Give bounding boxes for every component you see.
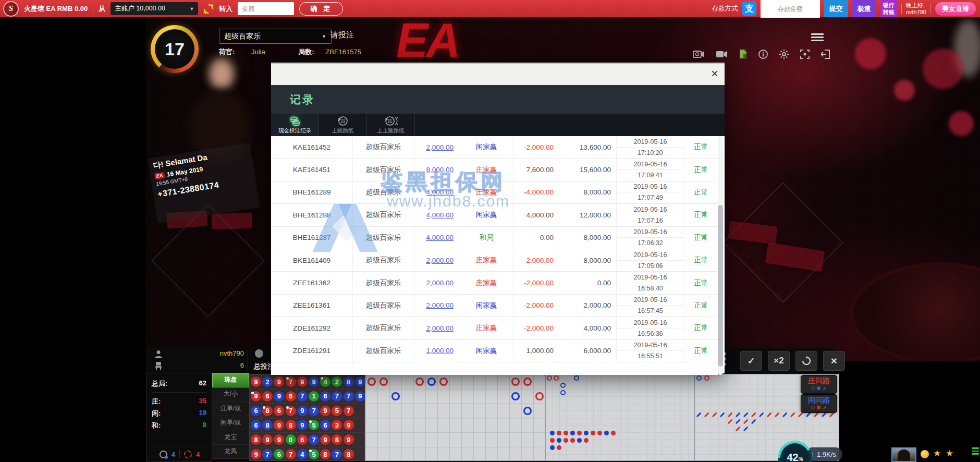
menu-icon[interactable]: [811, 32, 824, 43]
game-select-dropdown[interactable]: 超级百家乐 ▼: [219, 29, 332, 44]
exit-icon[interactable]: [821, 50, 830, 59]
bank-transfer-button[interactable]: 银行转账: [880, 0, 897, 17]
alipay-icon[interactable]: 支: [742, 2, 756, 16]
repeat-icon: [802, 356, 811, 366]
road-mark: [751, 419, 756, 424]
road-mark: [728, 412, 733, 417]
confirm-transfer-button[interactable]: 确 定: [299, 2, 343, 16]
road-mark: [782, 412, 788, 417]
cell-round-id: ZDE161292: [271, 317, 353, 339]
road-menu-player-oddeven[interactable]: 闲单/双: [212, 416, 249, 431]
table-avatar: [255, 349, 263, 358]
account-select[interactable]: 主账户 10,000.00 ▼: [111, 2, 198, 15]
table-bet-zone: [722, 182, 843, 303]
bet-amount-link[interactable]: 2,000.00: [426, 279, 454, 287]
road-mark: [584, 431, 589, 435]
modal-top-strip: ×: [271, 64, 725, 85]
video-icon[interactable]: [716, 51, 728, 58]
bet-amount-link[interactable]: 8,000.00: [426, 166, 454, 174]
road-menu-banker-oddeven[interactable]: 庄单/双: [212, 402, 249, 416]
bead-cell: 4: [297, 449, 308, 459]
big-road-circle: [439, 378, 448, 386]
bet-amount-link[interactable]: 2,000.00: [426, 301, 454, 309]
report-file-icon[interactable]: [739, 50, 747, 59]
cell-balance: 12,000.00: [559, 204, 617, 226]
tab-cash-bet-records[interactable]: 现金投注纪录: [271, 114, 319, 136]
double-bet-button[interactable]: ×2: [768, 351, 790, 371]
road-mark: [790, 412, 795, 417]
cancel-bet-button[interactable]: ×: [823, 351, 845, 371]
bead-cell: 9: [297, 420, 308, 430]
close-icon[interactable]: ×: [711, 67, 718, 80]
cell-round-id: ZEE161362: [271, 272, 353, 294]
road-menu-dragon-phoenix[interactable]: 龙凤: [212, 445, 249, 459]
cell-time: 2019-05-1617:05:06: [617, 249, 684, 271]
live-girls-button[interactable]: 美女直播: [935, 2, 976, 16]
express-deposit-button[interactable]: 极速: [852, 0, 876, 17]
cell-win-loss: -2,000.00: [514, 136, 559, 158]
info-icon[interactable]: [758, 50, 768, 59]
amount-input[interactable]: [238, 2, 294, 15]
player-ask-road-button[interactable]: 闲问路: [801, 394, 837, 413]
deposit-amount-input[interactable]: [761, 0, 820, 18]
cell-game: 超级百家乐: [353, 159, 414, 180]
stat-label: 闲:: [152, 409, 161, 418]
bet-amount-link[interactable]: 2,000.00: [426, 257, 454, 264]
brand-balance: 火星馆 EA RMB 0.00: [24, 4, 88, 14]
cell-time: 2019-05-1617:06:32: [617, 227, 684, 249]
road-mark: [604, 431, 609, 435]
dealer-round-row: 荷官: Julia 局数: ZBE161575: [219, 47, 361, 57]
confirm-bet-button[interactable]: ✓: [740, 351, 762, 371]
road-menu-bead[interactable]: 珠盘: [212, 373, 249, 387]
repeat-bet-button[interactable]: [795, 351, 817, 371]
modal-tabs: 现金投注纪录 上靴路纸 上上靴路纸: [271, 114, 725, 136]
table-row: KAE161451 超级百家乐 8,000.00 庄家赢 7,600.00 15…: [271, 159, 718, 181]
bet-amount-link[interactable]: 4,000.00: [426, 211, 454, 219]
refresh-icon[interactable]: [203, 4, 214, 14]
big-road-circle: [523, 378, 532, 386]
road-mark: [557, 438, 561, 443]
banker-ask-road-button[interactable]: 庄问路: [801, 375, 837, 394]
fullscreen-icon[interactable]: [800, 50, 810, 59]
bet-amount-link[interactable]: 2,000.00: [426, 324, 454, 332]
cell-balance: 8,000.00: [559, 227, 617, 249]
cell-result: 闲家赢: [459, 295, 514, 317]
dealer-thumbnail[interactable]: [891, 447, 916, 462]
bet-amount-link[interactable]: 4,000.00: [426, 234, 454, 241]
submit-deposit-button[interactable]: 提交: [824, 0, 848, 17]
cell-game: 超级百家乐: [353, 295, 414, 317]
cell-time: 2019-05-1617:07:16: [617, 204, 684, 226]
bead-cell: 9: [251, 376, 261, 387]
road-mark: [547, 375, 552, 381]
chat-list-icon[interactable]: [972, 446, 979, 456]
star-icon[interactable]: ★: [933, 448, 941, 459]
cell-time: 2019-05-1617:09:41: [617, 159, 684, 180]
road-menu-bigsmall[interactable]: 大/小: [212, 387, 249, 402]
cell-round-id: BHE161288: [271, 204, 353, 226]
road-mark: [577, 438, 582, 443]
bead-cell: 5: [332, 406, 342, 416]
gauge-value: 42: [787, 452, 798, 462]
camera-icon[interactable]: [693, 50, 705, 58]
bead-cell: 9: [309, 376, 319, 387]
bokeh-light: [894, 80, 915, 101]
road-menu-dragon-bonus[interactable]: 龙宝: [212, 430, 249, 445]
bet-amount-link[interactable]: 2,000.00: [426, 143, 454, 151]
bead-cell: 8: [286, 420, 296, 430]
scrollbar-thumb[interactable]: [718, 205, 723, 367]
seat-number: 6: [177, 361, 244, 369]
bead-cell: 8: [344, 376, 354, 387]
road-mark: [560, 383, 566, 388]
tab-last-shoe-road[interactable]: 上靴路纸: [319, 114, 367, 136]
cell-game: 超级百家乐: [353, 227, 414, 249]
bet-amount-link[interactable]: 4,000.00: [426, 188, 454, 196]
stat-value: 8: [203, 421, 206, 430]
bet-amount-link[interactable]: 1,000.00: [426, 347, 454, 355]
road-mark: [550, 445, 555, 450]
smiley-icon[interactable]: [921, 450, 929, 458]
tab-before-last-shoe-road[interactable]: 上上靴路纸: [367, 114, 415, 136]
shoe-history-icon: [337, 115, 349, 127]
gear-icon[interactable]: [779, 50, 789, 59]
promo-brand: EA: [154, 172, 165, 180]
star-icon[interactable]: ★: [946, 448, 953, 459]
